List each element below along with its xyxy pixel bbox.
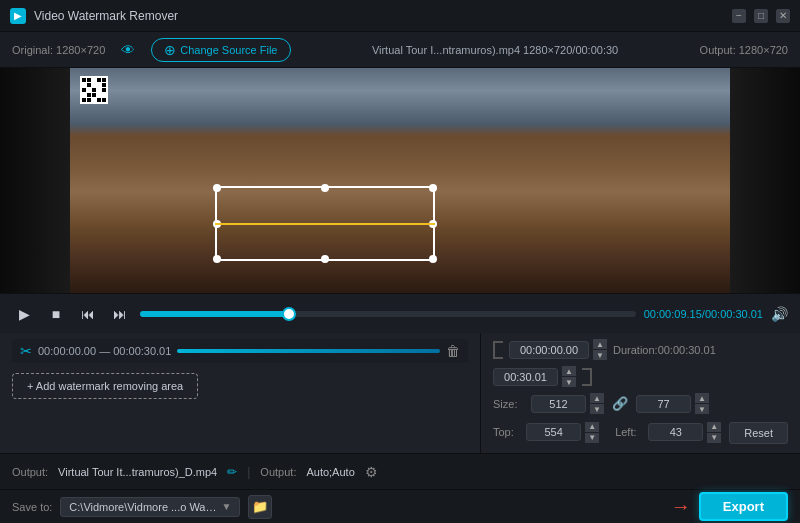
window-controls: − □ ✕ bbox=[732, 9, 790, 23]
left-label: Left: bbox=[615, 426, 640, 438]
bottom-bar: Save to: C:\Vidmore\Vidmore ...o Waterma… bbox=[0, 489, 800, 523]
reset-button[interactable]: Reset bbox=[729, 422, 788, 444]
gate-left bbox=[0, 68, 70, 293]
left-spinners: ▲ ▼ bbox=[707, 422, 721, 443]
clip-delete-button[interactable]: 🗑 bbox=[446, 343, 460, 359]
total-time: 00:00:30.01 bbox=[705, 308, 763, 320]
top-up[interactable]: ▲ bbox=[585, 422, 599, 432]
width-group: ▲ ▼ bbox=[531, 393, 604, 414]
export-button[interactable]: Export bbox=[699, 492, 788, 521]
export-section: → Export bbox=[671, 492, 788, 521]
end-time-up[interactable]: ▲ bbox=[562, 366, 576, 376]
video-area bbox=[0, 68, 800, 293]
output-value-2: Auto;Auto bbox=[306, 466, 354, 478]
size-row: Size: ▲ ▼ 🔗 ▲ ▼ bbox=[493, 393, 788, 414]
clip-timeline: ✂ 00:00:00.00 — 00:00:30.01 🗑 bbox=[12, 339, 468, 363]
status-bar: Output: Virtual Tour It...tramuros)_D.mp… bbox=[0, 453, 800, 489]
output-value-1: Virtual Tour It...tramuros)_D.mp4 bbox=[58, 466, 217, 478]
settings-icon[interactable]: ⚙ bbox=[365, 464, 378, 480]
maximize-button[interactable]: □ bbox=[754, 9, 768, 23]
timeline-fill bbox=[177, 349, 440, 353]
clip-label: 00:00:00.00 — 00:00:30.01 bbox=[38, 345, 171, 357]
save-to-label: Save to: bbox=[12, 501, 52, 513]
add-watermark-label: + Add watermark removing area bbox=[27, 380, 183, 392]
left-down[interactable]: ▼ bbox=[707, 433, 721, 443]
end-time-down[interactable]: ▼ bbox=[562, 377, 576, 387]
eye-icon[interactable]: 👁 bbox=[121, 42, 135, 58]
qr-overlay bbox=[80, 76, 108, 104]
left-group: ▲ ▼ bbox=[648, 422, 721, 443]
height-group: ▲ ▼ bbox=[636, 393, 709, 414]
original-info: Original: 1280×720 bbox=[12, 44, 105, 56]
output-label-2: Output: bbox=[260, 466, 296, 478]
left-up[interactable]: ▲ bbox=[707, 422, 721, 432]
top-down[interactable]: ▼ bbox=[585, 433, 599, 443]
end-time-spinners: ▲ ▼ bbox=[562, 366, 576, 387]
top-spinners: ▲ ▼ bbox=[585, 422, 599, 443]
current-time: 00:00:09.15 bbox=[644, 308, 702, 320]
progress-thumb[interactable] bbox=[282, 307, 296, 321]
gate-right bbox=[730, 68, 800, 293]
link-icon: 🔗 bbox=[612, 396, 628, 411]
height-down[interactable]: ▼ bbox=[695, 404, 709, 414]
output-label-1: Output: bbox=[12, 466, 48, 478]
edit-icon[interactable]: ✏ bbox=[227, 465, 237, 479]
stop-button[interactable]: ■ bbox=[44, 302, 68, 326]
add-watermark-button[interactable]: + Add watermark removing area bbox=[12, 373, 198, 399]
top-input[interactable] bbox=[526, 423, 581, 441]
output-info: Output: 1280×720 bbox=[700, 44, 788, 56]
change-source-label: Change Source File bbox=[180, 44, 277, 56]
duration-label: Duration:00:00:30.01 bbox=[613, 344, 716, 356]
save-path-text: C:\Vidmore\Vidmore ...o Watermark Remove… bbox=[69, 501, 217, 513]
top-group: ▲ ▼ bbox=[526, 422, 599, 443]
plus-icon: ⊕ bbox=[164, 42, 176, 58]
position-row: Top: ▲ ▼ Left: ▲ ▼ Reset bbox=[493, 420, 788, 444]
save-path-selector[interactable]: C:\Vidmore\Vidmore ...o Watermark Remove… bbox=[60, 497, 240, 517]
left-panel: ✂ 00:00:00.00 — 00:00:30.01 🗑 + Add wate… bbox=[0, 333, 480, 453]
app-title: Video Watermark Remover bbox=[34, 9, 178, 23]
time-bracket-right bbox=[582, 368, 592, 386]
scissors-icon: ✂ bbox=[20, 343, 32, 359]
time-display: 00:00:09.15/00:00:30.01 bbox=[644, 308, 763, 320]
end-time-input[interactable] bbox=[493, 368, 558, 386]
right-panel: ▲ ▼ Duration:00:00:30.01 ▲ ▼ Size: ▲ bbox=[480, 333, 800, 453]
start-time-down[interactable]: ▼ bbox=[593, 350, 607, 360]
start-time-spinners: ▲ ▼ bbox=[593, 339, 607, 360]
title-bar-left: ▶ Video Watermark Remover bbox=[10, 8, 178, 24]
volume-icon[interactable]: 🔊 bbox=[771, 306, 788, 322]
progress-fill bbox=[140, 311, 291, 317]
video-scene bbox=[0, 68, 800, 293]
dropdown-arrow-icon: ▼ bbox=[221, 501, 231, 512]
play-button[interactable]: ▶ bbox=[12, 302, 36, 326]
main-content: ✂ 00:00:00.00 — 00:00:30.01 🗑 + Add wate… bbox=[0, 333, 800, 453]
width-down[interactable]: ▼ bbox=[590, 404, 604, 414]
start-time-group: ▲ ▼ bbox=[509, 339, 607, 360]
left-input[interactable] bbox=[648, 423, 703, 441]
start-time-up[interactable]: ▲ bbox=[593, 339, 607, 349]
progress-track[interactable] bbox=[140, 311, 636, 317]
height-up[interactable]: ▲ bbox=[695, 393, 709, 403]
time-bracket-left bbox=[493, 341, 503, 359]
arrow-indicator: → bbox=[671, 495, 691, 518]
minimize-button[interactable]: − bbox=[732, 9, 746, 23]
height-spinners: ▲ ▼ bbox=[695, 393, 709, 414]
top-bar: Original: 1280×720 👁 ⊕ Change Source Fil… bbox=[0, 32, 800, 68]
width-up[interactable]: ▲ bbox=[590, 393, 604, 403]
start-time-input[interactable] bbox=[509, 341, 589, 359]
timeline-bar[interactable] bbox=[177, 349, 440, 353]
file-info: Virtual Tour I...ntramuros).mp4 1280×720… bbox=[307, 44, 684, 56]
browse-folder-button[interactable]: 📁 bbox=[248, 495, 272, 519]
next-frame-button[interactable]: ⏭ bbox=[108, 302, 132, 326]
size-label: Size: bbox=[493, 398, 523, 410]
title-bar: ▶ Video Watermark Remover − □ ✕ bbox=[0, 0, 800, 32]
height-input[interactable] bbox=[636, 395, 691, 413]
end-time-group: ▲ ▼ bbox=[493, 366, 576, 387]
width-input[interactable] bbox=[531, 395, 586, 413]
change-source-button[interactable]: ⊕ Change Source File bbox=[151, 38, 290, 62]
app-icon: ▶ bbox=[10, 8, 26, 24]
time-controls: ▲ ▼ Duration:00:00:30.01 ▲ ▼ bbox=[493, 339, 788, 387]
width-spinners: ▲ ▼ bbox=[590, 393, 604, 414]
close-button[interactable]: ✕ bbox=[776, 9, 790, 23]
playback-bar: ▶ ■ ⏮ ⏭ 00:00:09.15/00:00:30.01 🔊 bbox=[0, 293, 800, 333]
prev-frame-button[interactable]: ⏮ bbox=[76, 302, 100, 326]
